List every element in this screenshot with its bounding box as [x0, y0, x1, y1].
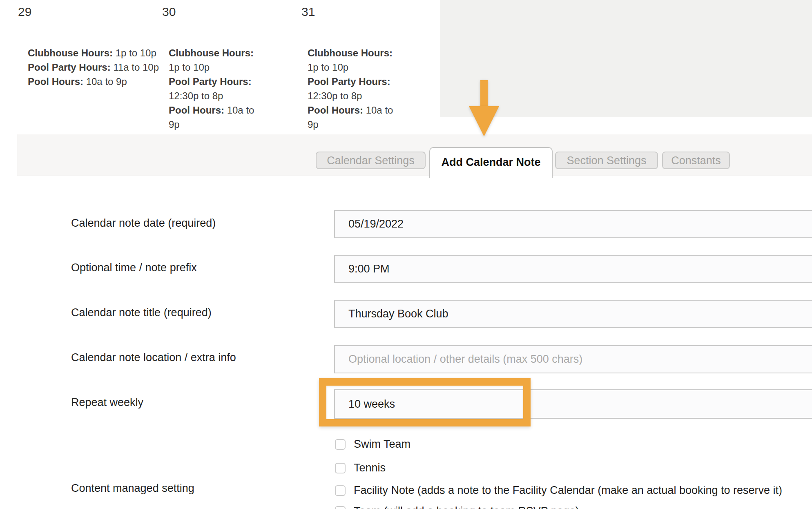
hours-label: Pool Party Hours: [308, 76, 390, 87]
hours-value: 1p to 10p [116, 47, 156, 58]
note-time-label: Optional time / note prefix [71, 261, 197, 274]
repeat-weekly-label: Repeat weekly [71, 396, 143, 409]
day-number-31: 31 [301, 5, 315, 19]
swim-team-label: Swim Team [354, 438, 410, 451]
day-number-29: 29 [18, 5, 31, 19]
tab-calendar-settings[interactable]: Calendar Settings [316, 152, 426, 169]
facility-note-label: Facility Note (adds a note to the Facili… [354, 484, 782, 497]
note-time-input[interactable] [334, 255, 812, 283]
tennis-checkbox[interactable] [335, 463, 346, 473]
down-arrow-icon [469, 106, 499, 136]
day-30-hours: Clubhouse Hours: 1p to 10p Pool Party Ho… [169, 46, 263, 132]
swim-team-checkbox[interactable] [335, 439, 346, 450]
hours-value: 12:30p to 8p [169, 90, 223, 101]
hours-value: 1p to 10p [169, 62, 210, 73]
highlight-annotation [319, 378, 531, 426]
hours-line: Pool Hours: 10a to 9p [169, 103, 263, 132]
day-29-hours: Clubhouse Hours: 1p to 10p Pool Party Ho… [28, 46, 163, 89]
hours-line: Pool Hours: 10a to 9p [28, 74, 163, 89]
team-checkbox[interactable] [335, 506, 346, 509]
hours-label: Pool Party Hours: [169, 76, 252, 87]
tab-section-settings[interactable]: Section Settings [555, 152, 658, 169]
tennis-label: Tennis [354, 462, 386, 474]
hours-value: 10a to 9p [86, 76, 127, 87]
down-arrow-icon [480, 80, 488, 109]
note-title-input[interactable] [334, 300, 812, 328]
day-31-hours: Clubhouse Hours: 1p to 10p Pool Party Ho… [308, 46, 402, 132]
note-date-input[interactable] [334, 210, 812, 238]
hours-label: Pool Hours: [308, 105, 363, 116]
hours-line: Pool Party Hours: 11a to 10p [28, 60, 163, 74]
hours-label: Pool Hours: [28, 76, 83, 87]
hours-line: Clubhouse Hours: 1p to 10p [308, 46, 402, 74]
hours-value: 1p to 10p [308, 62, 348, 73]
tab-constants[interactable]: Constants [662, 152, 730, 169]
facility-note-checkbox[interactable] [335, 485, 346, 496]
tab-add-calendar-note[interactable]: Add Calendar Note [429, 147, 553, 178]
team-label: Team (will add a booking to team RSVP pa… [354, 505, 579, 509]
hours-label: Clubhouse Hours: [308, 47, 393, 58]
calendar-empty-area [440, 0, 812, 117]
hours-line: Clubhouse Hours: 1p to 10p [28, 46, 163, 60]
content-managed-setting-label: Content managed setting [71, 482, 194, 495]
day-number-30: 30 [162, 5, 176, 19]
hours-label: Clubhouse Hours: [169, 47, 254, 58]
note-location-input[interactable] [334, 345, 812, 373]
hours-label: Pool Hours: [169, 105, 224, 116]
calendar-admin-page: 29 30 31 Clubhouse Hours: 1p to 10p Pool… [0, 0, 812, 509]
note-date-label: Calendar note date (required) [71, 217, 216, 230]
hours-label: Pool Party Hours: [28, 62, 111, 73]
hours-label: Clubhouse Hours: [28, 47, 113, 58]
note-location-label: Calendar note location / extra info [71, 351, 236, 364]
hours-line: Pool Hours: 10a to 9p [308, 103, 402, 132]
note-title-label: Calendar note title (required) [71, 306, 212, 319]
hours-line: Pool Party Hours: 12:30p to 8p [308, 74, 402, 103]
hours-line: Pool Party Hours: 12:30p to 8p [169, 74, 263, 103]
hours-value: 11a to 10p [113, 62, 159, 73]
hours-line: Clubhouse Hours: 1p to 10p [169, 46, 263, 74]
hours-value: 12:30p to 8p [308, 90, 362, 101]
